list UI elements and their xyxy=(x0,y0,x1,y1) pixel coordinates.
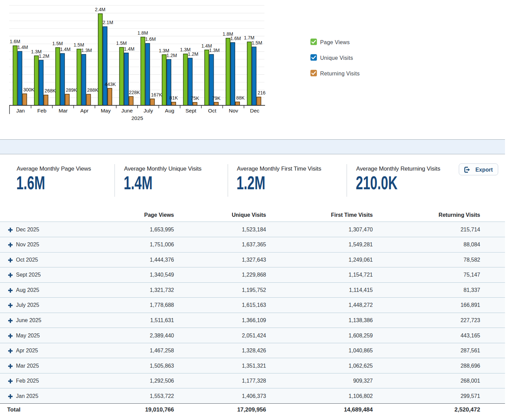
svg-text:2.4M: 2.4M xyxy=(95,7,105,12)
svg-text:1.7M: 1.7M xyxy=(244,35,255,40)
svg-text:Aug: Aug xyxy=(165,108,174,113)
svg-text:79K: 79K xyxy=(212,95,221,101)
svg-text:June: June xyxy=(121,108,133,113)
svg-text:289K: 289K xyxy=(66,87,77,93)
svg-text:1.5M: 1.5M xyxy=(52,41,63,46)
svg-text:1.6M: 1.6M xyxy=(145,36,156,42)
svg-text:228K: 228K xyxy=(129,90,140,95)
svg-text:Sept: Sept xyxy=(186,108,197,113)
svg-text:1.6M: 1.6M xyxy=(230,36,241,41)
svg-text:288K: 288K xyxy=(87,87,98,93)
svg-text:1.4M: 1.4M xyxy=(17,45,28,50)
svg-text:Mar: Mar xyxy=(58,108,68,113)
svg-text:1.4M: 1.4M xyxy=(60,47,71,52)
svg-text:1.3M: 1.3M xyxy=(209,48,220,53)
svg-text:1.5M: 1.5M xyxy=(116,40,127,46)
svg-text:1.6M: 1.6M xyxy=(10,39,20,44)
svg-text:81K: 81K xyxy=(170,95,178,101)
svg-text:1.2M: 1.2M xyxy=(167,53,177,58)
svg-text:Oct: Oct xyxy=(208,108,216,113)
svg-text:Apr: Apr xyxy=(80,108,88,113)
svg-text:216: 216 xyxy=(258,90,266,95)
svg-text:75K: 75K xyxy=(191,95,199,101)
svg-text:1.8M: 1.8M xyxy=(137,30,148,36)
svg-text:May: May xyxy=(101,108,111,113)
svg-text:88K: 88K xyxy=(236,95,245,101)
svg-text:2025: 2025 xyxy=(132,115,143,121)
svg-text:1.5M: 1.5M xyxy=(73,42,84,48)
svg-text:Dec: Dec xyxy=(250,108,260,113)
svg-text:300K: 300K xyxy=(23,87,34,92)
svg-text:443K: 443K xyxy=(105,82,116,87)
svg-text:1.5M: 1.5M xyxy=(251,40,262,46)
svg-text:268K: 268K xyxy=(45,88,56,93)
svg-text:1.2M: 1.2M xyxy=(188,51,198,57)
svg-text:1.4M: 1.4M xyxy=(124,46,135,52)
svg-text:July: July xyxy=(144,108,153,113)
svg-text:167K: 167K xyxy=(151,92,162,98)
svg-text:2.1M: 2.1M xyxy=(103,20,113,25)
svg-text:1.2M: 1.2M xyxy=(39,53,49,59)
svg-text:1.3M: 1.3M xyxy=(81,48,92,53)
svg-text:Nov: Nov xyxy=(229,108,238,113)
svg-text:Feb: Feb xyxy=(37,108,47,113)
svg-text:Jan: Jan xyxy=(16,108,25,113)
